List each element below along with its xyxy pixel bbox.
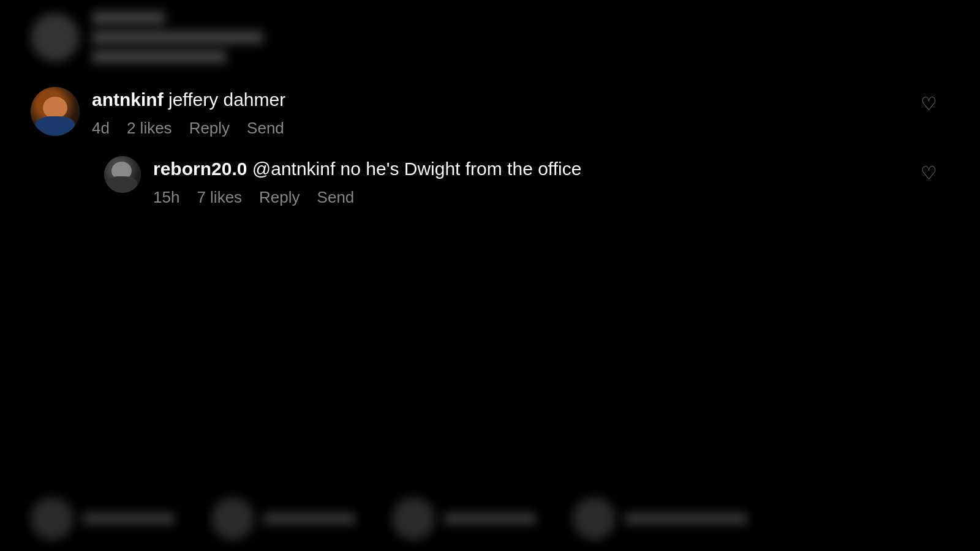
reply-body: @antnkinf no he's Dwight from the office — [252, 159, 582, 179]
comment-reply-button[interactable]: Reply — [189, 119, 230, 138]
blurred-bottom-row — [0, 486, 980, 551]
reply-avatar — [104, 156, 141, 193]
blurred-text-bottom-3 — [444, 512, 536, 525]
blurred-avatar-bottom-3 — [392, 497, 435, 540]
comment-meta: 4d 2 likes Reply Send — [92, 119, 949, 138]
reply-reply-button[interactable]: Reply — [259, 188, 300, 207]
like-icon[interactable]: ♡ — [921, 93, 937, 114]
reply-meta: 15h 7 likes Reply Send — [153, 188, 949, 207]
blurred-bottom-item-1 — [31, 497, 175, 540]
reply-item: reborn20.0 @antnkinf no he's Dwight from… — [31, 156, 949, 207]
reply-content: reborn20.0 @antnkinf no he's Dwight from… — [153, 156, 949, 207]
reply-text: reborn20.0 @antnkinf no he's Dwight from… — [153, 156, 949, 182]
blurred-text-bottom-2 — [263, 512, 355, 525]
blurred-bottom-item-2 — [211, 497, 355, 540]
blurred-line-2 — [92, 31, 263, 44]
comment-likes[interactable]: 2 likes — [127, 119, 172, 138]
blurred-avatar-bottom-4 — [573, 497, 616, 540]
comment-item: antnkinf jeffery dahmer 4d 2 likes Reply… — [31, 87, 949, 138]
blurred-avatar-top — [31, 13, 80, 62]
comments-section: antnkinf jeffery dahmer 4d 2 likes Reply… — [0, 75, 980, 231]
blurred-top-row — [0, 0, 980, 75]
comment-content: antnkinf jeffery dahmer 4d 2 likes Reply… — [92, 87, 949, 138]
reply-send-button[interactable]: Send — [317, 188, 355, 207]
comment-send-button[interactable]: Send — [247, 119, 284, 138]
avatar-image — [31, 87, 80, 136]
blurred-text-top — [92, 11, 263, 64]
reply-timestamp: 15h — [153, 188, 179, 207]
comment-username[interactable]: antnkinf — [92, 89, 164, 110]
blurred-bottom-item-3 — [392, 497, 536, 540]
blurred-text-bottom-4 — [625, 512, 747, 525]
blurred-text-bottom-1 — [83, 512, 175, 525]
blurred-line-1 — [92, 11, 165, 24]
comment-timestamp: 4d — [92, 119, 110, 138]
blurred-bottom-item-4 — [573, 497, 747, 540]
comment-body: jeffery dahmer — [168, 89, 285, 110]
blurred-line-3 — [92, 50, 227, 64]
reply-like-icon[interactable]: ♡ — [921, 162, 937, 184]
comment-text: antnkinf jeffery dahmer — [92, 87, 949, 113]
reply-likes[interactable]: 7 likes — [197, 188, 242, 207]
avatar — [31, 87, 80, 136]
blurred-avatar-bottom-2 — [211, 497, 254, 540]
blurred-avatar-bottom-1 — [31, 497, 74, 540]
reply-avatar-image — [104, 156, 141, 193]
reply-username[interactable]: reborn20.0 — [153, 159, 247, 179]
